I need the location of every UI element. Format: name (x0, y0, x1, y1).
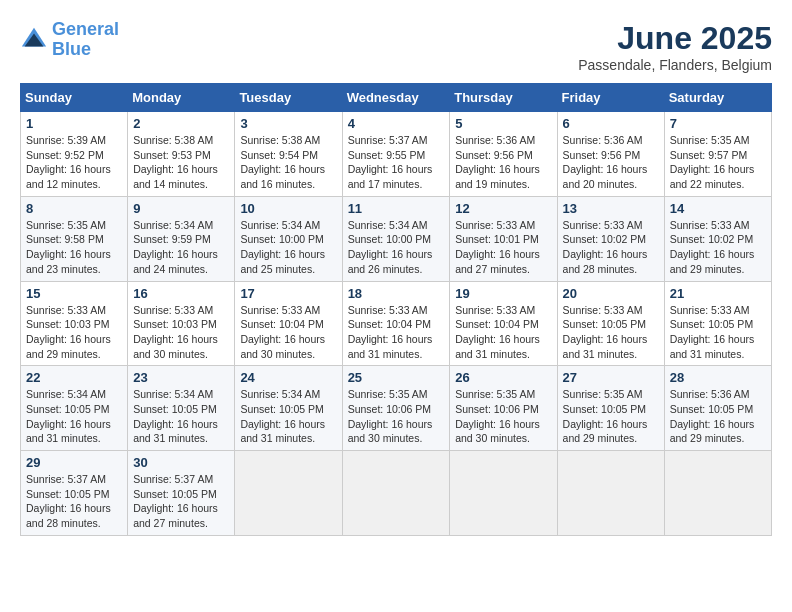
day-number: 13 (563, 201, 659, 216)
day-info: Sunrise: 5:33 AM Sunset: 10:03 PM Daylig… (26, 303, 122, 362)
sunset-label: Sunset: 9:58 PM (26, 233, 104, 245)
table-row: 30 Sunrise: 5:37 AM Sunset: 10:05 PM Day… (128, 451, 235, 536)
table-row: 20 Sunrise: 5:33 AM Sunset: 10:05 PM Day… (557, 281, 664, 366)
day-number: 11 (348, 201, 445, 216)
sunrise-label: Sunrise: 5:34 AM (26, 388, 106, 400)
day-info: Sunrise: 5:33 AM Sunset: 10:04 PM Daylig… (348, 303, 445, 362)
daylight-label: Daylight: 16 hours and 26 minutes. (348, 248, 433, 275)
day-info: Sunrise: 5:35 AM Sunset: 9:58 PM Dayligh… (26, 218, 122, 277)
sunrise-label: Sunrise: 5:33 AM (348, 304, 428, 316)
day-number: 30 (133, 455, 229, 470)
sunrise-label: Sunrise: 5:33 AM (563, 304, 643, 316)
daylight-label: Daylight: 16 hours and 31 minutes. (455, 333, 540, 360)
sunrise-label: Sunrise: 5:39 AM (26, 134, 106, 146)
sunrise-label: Sunrise: 5:35 AM (455, 388, 535, 400)
sunset-label: Sunset: 10:04 PM (240, 318, 323, 330)
day-info: Sunrise: 5:33 AM Sunset: 10:01 PM Daylig… (455, 218, 551, 277)
logo-blue: Blue (52, 39, 91, 59)
day-info: Sunrise: 5:34 AM Sunset: 10:05 PM Daylig… (26, 387, 122, 446)
day-info: Sunrise: 5:33 AM Sunset: 10:04 PM Daylig… (455, 303, 551, 362)
table-row: 21 Sunrise: 5:33 AM Sunset: 10:05 PM Day… (664, 281, 771, 366)
sunset-label: Sunset: 9:57 PM (670, 149, 748, 161)
daylight-label: Daylight: 16 hours and 12 minutes. (26, 163, 111, 190)
day-info: Sunrise: 5:38 AM Sunset: 9:54 PM Dayligh… (240, 133, 336, 192)
daylight-label: Daylight: 16 hours and 23 minutes. (26, 248, 111, 275)
col-wednesday: Wednesday (342, 84, 450, 112)
table-row: 3 Sunrise: 5:38 AM Sunset: 9:54 PM Dayli… (235, 112, 342, 197)
day-info: Sunrise: 5:35 AM Sunset: 9:57 PM Dayligh… (670, 133, 766, 192)
table-row: 16 Sunrise: 5:33 AM Sunset: 10:03 PM Day… (128, 281, 235, 366)
sunset-label: Sunset: 10:00 PM (348, 233, 431, 245)
daylight-label: Daylight: 16 hours and 27 minutes. (133, 502, 218, 529)
table-row: 2 Sunrise: 5:38 AM Sunset: 9:53 PM Dayli… (128, 112, 235, 197)
sunset-label: Sunset: 10:02 PM (670, 233, 753, 245)
page-header: General Blue June 2025 Passendale, Fland… (20, 20, 772, 73)
table-row: 29 Sunrise: 5:37 AM Sunset: 10:05 PM Day… (21, 451, 128, 536)
sunrise-label: Sunrise: 5:37 AM (133, 473, 213, 485)
sunset-label: Sunset: 10:06 PM (455, 403, 538, 415)
sunset-label: Sunset: 10:00 PM (240, 233, 323, 245)
table-row: 8 Sunrise: 5:35 AM Sunset: 9:58 PM Dayli… (21, 196, 128, 281)
col-friday: Friday (557, 84, 664, 112)
day-number: 15 (26, 286, 122, 301)
sunset-label: Sunset: 10:05 PM (240, 403, 323, 415)
sunset-label: Sunset: 10:05 PM (563, 318, 646, 330)
table-row: 22 Sunrise: 5:34 AM Sunset: 10:05 PM Day… (21, 366, 128, 451)
calendar-header-row: Sunday Monday Tuesday Wednesday Thursday… (21, 84, 772, 112)
day-number: 6 (563, 116, 659, 131)
table-row: 6 Sunrise: 5:36 AM Sunset: 9:56 PM Dayli… (557, 112, 664, 197)
calendar-body: 1 Sunrise: 5:39 AM Sunset: 9:52 PM Dayli… (21, 112, 772, 536)
table-row: 18 Sunrise: 5:33 AM Sunset: 10:04 PM Day… (342, 281, 450, 366)
day-info: Sunrise: 5:37 AM Sunset: 10:05 PM Daylig… (26, 472, 122, 531)
day-number: 1 (26, 116, 122, 131)
sunrise-label: Sunrise: 5:33 AM (240, 304, 320, 316)
daylight-label: Daylight: 16 hours and 25 minutes. (240, 248, 325, 275)
sunset-label: Sunset: 9:59 PM (133, 233, 211, 245)
day-info: Sunrise: 5:34 AM Sunset: 10:05 PM Daylig… (240, 387, 336, 446)
table-row (342, 451, 450, 536)
table-row: 11 Sunrise: 5:34 AM Sunset: 10:00 PM Day… (342, 196, 450, 281)
sunrise-label: Sunrise: 5:33 AM (670, 304, 750, 316)
sunrise-label: Sunrise: 5:38 AM (240, 134, 320, 146)
daylight-label: Daylight: 16 hours and 22 minutes. (670, 163, 755, 190)
day-number: 24 (240, 370, 336, 385)
day-number: 22 (26, 370, 122, 385)
sunset-label: Sunset: 10:05 PM (133, 488, 216, 500)
table-row: 24 Sunrise: 5:34 AM Sunset: 10:05 PM Day… (235, 366, 342, 451)
sunset-label: Sunset: 10:03 PM (26, 318, 109, 330)
table-row: 25 Sunrise: 5:35 AM Sunset: 10:06 PM Day… (342, 366, 450, 451)
daylight-label: Daylight: 16 hours and 30 minutes. (133, 333, 218, 360)
day-info: Sunrise: 5:33 AM Sunset: 10:03 PM Daylig… (133, 303, 229, 362)
sunrise-label: Sunrise: 5:33 AM (455, 304, 535, 316)
sunrise-label: Sunrise: 5:33 AM (26, 304, 106, 316)
day-info: Sunrise: 5:36 AM Sunset: 9:56 PM Dayligh… (455, 133, 551, 192)
daylight-label: Daylight: 16 hours and 27 minutes. (455, 248, 540, 275)
daylight-label: Daylight: 16 hours and 30 minutes. (240, 333, 325, 360)
day-info: Sunrise: 5:35 AM Sunset: 10:05 PM Daylig… (563, 387, 659, 446)
sunset-label: Sunset: 10:05 PM (670, 318, 753, 330)
daylight-label: Daylight: 16 hours and 30 minutes. (348, 418, 433, 445)
table-row: 12 Sunrise: 5:33 AM Sunset: 10:01 PM Day… (450, 196, 557, 281)
day-number: 5 (455, 116, 551, 131)
daylight-label: Daylight: 16 hours and 28 minutes. (563, 248, 648, 275)
table-row: 28 Sunrise: 5:36 AM Sunset: 10:05 PM Day… (664, 366, 771, 451)
table-row: 7 Sunrise: 5:35 AM Sunset: 9:57 PM Dayli… (664, 112, 771, 197)
day-number: 28 (670, 370, 766, 385)
day-number: 10 (240, 201, 336, 216)
day-info: Sunrise: 5:34 AM Sunset: 10:00 PM Daylig… (240, 218, 336, 277)
day-info: Sunrise: 5:39 AM Sunset: 9:52 PM Dayligh… (26, 133, 122, 192)
day-number: 23 (133, 370, 229, 385)
day-info: Sunrise: 5:34 AM Sunset: 10:05 PM Daylig… (133, 387, 229, 446)
logo-general: General (52, 19, 119, 39)
daylight-label: Daylight: 16 hours and 29 minutes. (670, 418, 755, 445)
sunset-label: Sunset: 10:02 PM (563, 233, 646, 245)
table-row: 4 Sunrise: 5:37 AM Sunset: 9:55 PM Dayli… (342, 112, 450, 197)
calendar-week-row: 8 Sunrise: 5:35 AM Sunset: 9:58 PM Dayli… (21, 196, 772, 281)
day-info: Sunrise: 5:33 AM Sunset: 10:02 PM Daylig… (670, 218, 766, 277)
table-row: 10 Sunrise: 5:34 AM Sunset: 10:00 PM Day… (235, 196, 342, 281)
day-number: 17 (240, 286, 336, 301)
sunset-label: Sunset: 9:54 PM (240, 149, 318, 161)
sunrise-label: Sunrise: 5:37 AM (26, 473, 106, 485)
logo-icon (20, 26, 48, 54)
day-info: Sunrise: 5:33 AM Sunset: 10:05 PM Daylig… (563, 303, 659, 362)
